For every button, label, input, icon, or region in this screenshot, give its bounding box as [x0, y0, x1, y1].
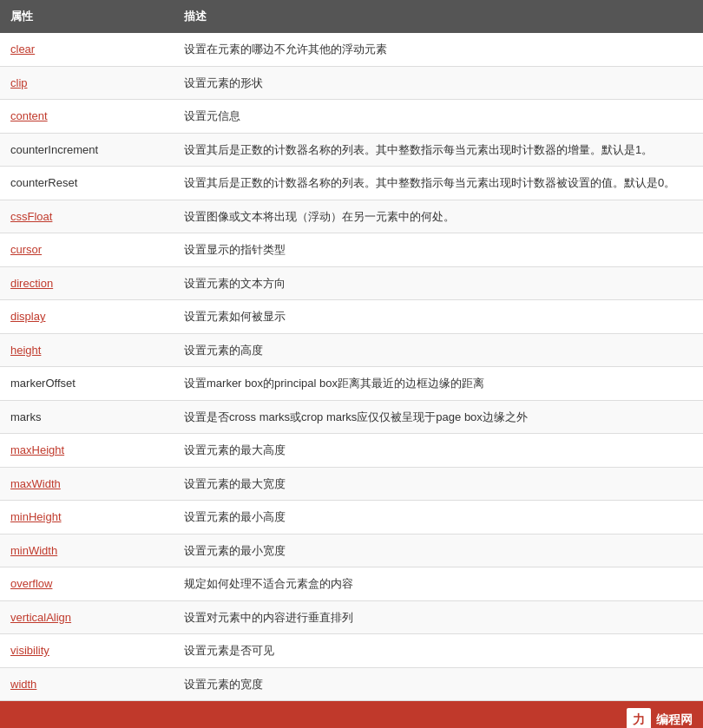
main-container: 属性 描述 clear设置在元素的哪边不允许其他的浮动元素clip设置元素的形状… — [0, 0, 703, 728]
property-link[interactable]: cursor — [10, 243, 42, 256]
table-row: maxWidth设置元素的最大宽度 — [0, 467, 703, 501]
table-row: visibility设置元素是否可见 — [0, 634, 703, 668]
description-cell: 设置元素的最小宽度 — [174, 534, 703, 567]
property-cell: markerOffset — [0, 367, 174, 401]
table-row: clip设置元素的形状 — [0, 66, 703, 100]
property-link[interactable]: verticalAlign — [10, 611, 71, 624]
table-row: height设置元素的高度 — [0, 333, 703, 367]
property-cell: marks — [0, 400, 174, 434]
description-cell: 设置元素是否可见 — [174, 634, 703, 668]
table-row: clear设置在元素的哪边不允许其他的浮动元素 — [0, 33, 703, 66]
table-row: marks设置是否cross marks或crop marks应仅仅被呈现于pa… — [0, 400, 703, 434]
footer-logo: 力 编程网 — [627, 708, 693, 728]
table-row: verticalAlign设置对元素中的内容进行垂直排列 — [0, 600, 703, 634]
property-link[interactable]: direction — [10, 277, 53, 290]
property-cell: minHeight — [0, 501, 174, 535]
property-link[interactable]: clip — [10, 76, 28, 89]
table-row: markerOffset设置marker box的principal box距离… — [0, 367, 703, 401]
description-cell: 设置元素的宽度 — [174, 667, 703, 701]
property-link[interactable]: overflow — [10, 577, 52, 590]
description-cell: 设置元素的最大宽度 — [174, 467, 703, 501]
description-cell: 设置marker box的principal box距离其最近的边框边缘的距离 — [174, 367, 703, 401]
table-row: content设置元信息 — [0, 100, 703, 134]
col-header-description: 描述 — [174, 0, 703, 33]
description-cell: 设置对元素中的内容进行垂直排列 — [174, 600, 703, 634]
property-cell: content — [0, 100, 174, 134]
property-link[interactable]: width — [10, 678, 36, 691]
property-link[interactable]: display — [10, 310, 45, 323]
property-cell: visibility — [0, 634, 174, 668]
col-header-property: 属性 — [0, 0, 174, 33]
css-properties-table: 属性 描述 clear设置在元素的哪边不允许其他的浮动元素clip设置元素的形状… — [0, 0, 703, 701]
property-cell: clear — [0, 33, 174, 66]
page-footer: 力 编程网 — [0, 701, 703, 728]
table-row: display设置元素如何被显示 — [0, 300, 703, 334]
property-cell: counterIncrement — [0, 133, 174, 167]
description-cell: 规定如何处理不适合元素盒的内容 — [174, 567, 703, 601]
property-cell: display — [0, 300, 174, 334]
property-link[interactable]: visibility — [10, 644, 49, 657]
logo-icon: 力 — [627, 708, 651, 728]
property-link[interactable]: maxHeight — [10, 443, 64, 456]
description-cell: 设置其后是正数的计数器名称的列表。其中整数指示每当元素出现时计数器被设置的值。默… — [174, 167, 703, 200]
property-link[interactable]: maxWidth — [10, 477, 61, 490]
property-link[interactable]: height — [10, 344, 41, 357]
description-cell: 设置是否cross marks或crop marks应仅仅被呈现于page bo… — [174, 400, 703, 434]
table-row: overflow规定如何处理不适合元素盒的内容 — [0, 567, 703, 601]
table-row: minWidth设置元素的最小宽度 — [0, 534, 703, 567]
description-cell: 设置元素的最大高度 — [174, 434, 703, 468]
table-row: cssFloat设置图像或文本将出现（浮动）在另一元素中的何处。 — [0, 200, 703, 233]
description-cell: 设置显示的指针类型 — [174, 233, 703, 267]
property-cell: maxWidth — [0, 467, 174, 501]
property-cell: direction — [0, 266, 174, 300]
table-row: direction设置元素的文本方向 — [0, 266, 703, 300]
property-cell: verticalAlign — [0, 600, 174, 634]
property-cell: overflow — [0, 567, 174, 601]
property-link[interactable]: content — [10, 109, 48, 122]
table-row: minHeight设置元素的最小高度 — [0, 501, 703, 535]
description-cell: 设置元素的形状 — [174, 66, 703, 100]
table-row: cursor设置显示的指针类型 — [0, 233, 703, 267]
property-cell: counterReset — [0, 167, 174, 200]
description-cell: 设置元素如何被显示 — [174, 300, 703, 334]
property-cell: minWidth — [0, 534, 174, 567]
property-link[interactable]: minHeight — [10, 510, 62, 523]
property-link[interactable]: cssFloat — [10, 210, 52, 223]
property-cell: cursor — [0, 233, 174, 267]
property-cell: maxHeight — [0, 434, 174, 468]
table-row: width设置元素的宽度 — [0, 667, 703, 701]
table-row: maxHeight设置元素的最大高度 — [0, 434, 703, 468]
property-cell: height — [0, 333, 174, 367]
property-link[interactable]: clear — [10, 43, 35, 56]
property-cell: width — [0, 667, 174, 701]
table-header-row: 属性 描述 — [0, 0, 703, 33]
property-cell: clip — [0, 66, 174, 100]
footer-site-name: 编程网 — [656, 712, 693, 728]
description-cell: 设置元素的最小高度 — [174, 501, 703, 535]
description-cell: 设置在元素的哪边不允许其他的浮动元素 — [174, 33, 703, 66]
property-cell: cssFloat — [0, 200, 174, 233]
description-cell: 设置其后是正数的计数器名称的列表。其中整数指示每当元素出现时计数器的增量。默认是… — [174, 133, 703, 167]
description-cell: 设置图像或文本将出现（浮动）在另一元素中的何处。 — [174, 200, 703, 233]
description-cell: 设置元素的文本方向 — [174, 266, 703, 300]
table-row: counterReset设置其后是正数的计数器名称的列表。其中整数指示每当元素出… — [0, 167, 703, 200]
property-link[interactable]: minWidth — [10, 544, 57, 557]
description-cell: 设置元素的高度 — [174, 333, 703, 367]
table-row: counterIncrement设置其后是正数的计数器名称的列表。其中整数指示每… — [0, 133, 703, 167]
description-cell: 设置元信息 — [174, 100, 703, 134]
